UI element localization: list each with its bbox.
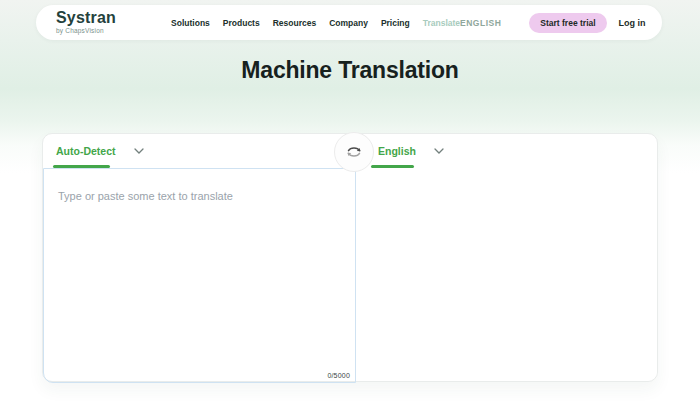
translation-output-panel [357, 168, 657, 381]
brand-tagline: by ChapsVision [56, 28, 116, 35]
source-text-panel: 0/5000 [43, 168, 356, 383]
source-language-dropdown[interactable]: Auto-Detect [56, 134, 144, 168]
brand-name: Systran [56, 10, 116, 26]
nav-item-company[interactable]: Company [329, 18, 368, 28]
site-language-selector[interactable]: ENGLISH [460, 18, 501, 28]
main-nav: Solutions Products Resources Company Pri… [171, 18, 460, 28]
source-language-label: Auto-Detect [56, 145, 116, 157]
nav-item-products[interactable]: Products [223, 18, 260, 28]
target-language-label: English [378, 145, 416, 157]
language-tabbar: Auto-Detect English [43, 134, 657, 168]
top-navbar: Systran by ChapsVision Solutions Product… [36, 5, 662, 40]
source-text-input[interactable] [44, 169, 355, 382]
translator-panels: 0/5000 [43, 168, 657, 381]
navbar-actions: ENGLISH Start free trial Log in [460, 13, 646, 33]
translator-card: Auto-Detect English [42, 133, 658, 382]
nav-item-pricing[interactable]: Pricing [381, 18, 410, 28]
login-link[interactable]: Log in [619, 18, 646, 28]
nav-item-translate[interactable]: Translate [423, 18, 460, 28]
nav-item-solutions[interactable]: Solutions [171, 18, 210, 28]
swap-languages-button[interactable] [334, 132, 374, 172]
start-free-trial-button[interactable]: Start free trial [529, 13, 606, 33]
target-language-dropdown[interactable]: English [378, 134, 444, 168]
page-title: Machine Translation [0, 57, 700, 84]
chevron-down-icon[interactable] [134, 148, 144, 154]
swap-arrows-icon [344, 142, 364, 162]
chevron-down-icon[interactable] [434, 148, 444, 154]
brand-logo[interactable]: Systran by ChapsVision [56, 10, 116, 35]
char-counter: 0/5000 [327, 372, 350, 379]
nav-item-resources[interactable]: Resources [273, 18, 316, 28]
